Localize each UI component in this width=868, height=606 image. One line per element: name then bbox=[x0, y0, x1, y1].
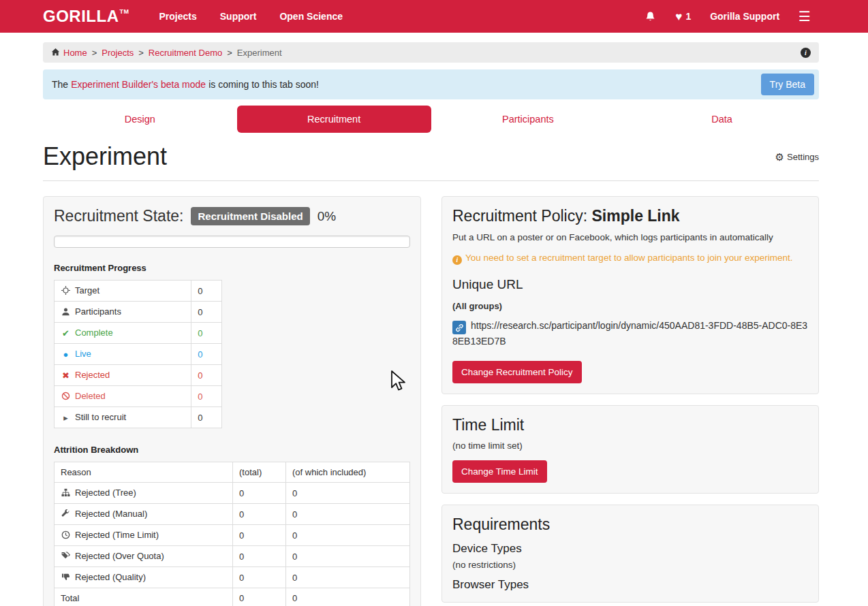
table-row: Participants 0 bbox=[55, 302, 222, 323]
check-icon: ✔ bbox=[61, 328, 71, 338]
table-row: Rejected (Time Limit) 0 0 bbox=[55, 525, 410, 546]
progress-value: 0 bbox=[191, 302, 222, 323]
recruitment-policy-heading-label: Recruitment Policy: bbox=[452, 207, 592, 225]
progress-value: 0 bbox=[191, 386, 222, 407]
breadcrumb-separator: > bbox=[138, 48, 144, 58]
tab-participants[interactable]: Participants bbox=[431, 106, 625, 133]
breadcrumb-home[interactable]: Home bbox=[51, 48, 87, 58]
recruitment-percent: 0% bbox=[317, 209, 336, 224]
tab-recruitment[interactable]: Recruitment bbox=[237, 106, 431, 133]
table-row: ✔Complete 0 bbox=[55, 323, 222, 344]
page-title: Experiment bbox=[43, 142, 167, 171]
recruitment-progress-heading: Recruitment Progress bbox=[54, 263, 410, 273]
breadcrumb-info bbox=[801, 47, 811, 58]
recruitment-state-heading: Recruitment State: bbox=[54, 207, 183, 225]
recruitment-target-warning: You need to set a recruitment target to … bbox=[452, 251, 808, 266]
link-icon[interactable] bbox=[452, 321, 466, 334]
nav-item-gorilla-support[interactable]: Gorilla Support bbox=[710, 11, 779, 22]
table-row: ▸Still to recruit 0 bbox=[55, 407, 222, 428]
recruitment-policy-heading: Recruitment Policy: Simple Link bbox=[452, 207, 808, 225]
bell-icon[interactable] bbox=[645, 11, 656, 22]
beta-mode-link[interactable]: Experiment Builder's beta mode bbox=[71, 79, 206, 90]
heart-icon: ♥ bbox=[675, 11, 682, 22]
recruitment-state-card: Recruitment State: Recruitment Disabled … bbox=[43, 196, 421, 606]
attrition-included: 0 bbox=[286, 588, 410, 606]
beta-alert-text-after: is coming to this tab soon! bbox=[208, 79, 319, 90]
circle-icon: ● bbox=[61, 349, 71, 360]
progress-label: Target bbox=[75, 285, 99, 296]
progress-value: 0 bbox=[191, 281, 222, 302]
progress-value: 0 bbox=[191, 344, 222, 365]
table-row: Rejected (Quality) 0 0 bbox=[55, 567, 410, 588]
cross-icon: ✖ bbox=[61, 370, 71, 381]
progress-label: Live bbox=[75, 349, 91, 359]
recruitment-progress-bar bbox=[54, 236, 410, 248]
attrition-label: Rejected (Over Quota) bbox=[75, 551, 164, 561]
table-row: Deleted 0 bbox=[55, 386, 222, 407]
breadcrumb-home-label: Home bbox=[63, 48, 87, 58]
table-row: ✖Rejected 0 bbox=[55, 365, 222, 386]
table-row: Rejected (Tree) 0 0 bbox=[55, 483, 410, 504]
table-row: ●Live 0 bbox=[55, 344, 222, 365]
nav-right-group: ♥ 1 Gorilla Support ☰ bbox=[645, 10, 811, 23]
breadcrumb-projects[interactable]: Projects bbox=[102, 48, 134, 58]
recruitment-state-badge: Recruitment Disabled bbox=[191, 207, 309, 225]
breadcrumb: Home > Projects > Recruitment Demo > Exp… bbox=[43, 42, 819, 63]
settings-label: Settings bbox=[787, 152, 819, 162]
top-navbar: GORILLATM Projects Support Open Science … bbox=[0, 0, 868, 33]
progress-label: Complete bbox=[75, 328, 113, 338]
table-row: Rejected (Over Quota) 0 0 bbox=[55, 546, 410, 567]
change-recruitment-policy-button[interactable]: Change Recruitment Policy bbox=[452, 361, 582, 383]
try-beta-button[interactable]: Try Beta bbox=[761, 74, 814, 95]
progress-value: 0 bbox=[191, 365, 222, 386]
device-types-status: (no restrictions) bbox=[452, 560, 808, 570]
attrition-label: Rejected (Quality) bbox=[75, 572, 146, 582]
time-limit-card: Time Limit (no time limit set) Change Ti… bbox=[441, 405, 819, 494]
divider bbox=[43, 180, 819, 181]
table-header-row: Reason (total) (of which included) bbox=[55, 462, 410, 483]
home-icon bbox=[51, 48, 60, 58]
browser-types-heading: Browser Types bbox=[452, 578, 808, 592]
tags-icon bbox=[61, 552, 71, 562]
recruitment-policy-card: Recruitment Policy: Simple Link Put a UR… bbox=[441, 196, 819, 394]
nav-item-open-science[interactable]: Open Science bbox=[279, 11, 343, 22]
table-row: Rejected (Manual) 0 0 bbox=[55, 504, 410, 525]
info-icon[interactable] bbox=[801, 48, 811, 58]
attrition-label: Rejected (Manual) bbox=[75, 509, 147, 519]
breadcrumb-recruitment-demo[interactable]: Recruitment Demo bbox=[149, 48, 222, 58]
settings-button[interactable]: ⚙ Settings bbox=[775, 152, 819, 162]
attrition-label: Rejected (Time Limit) bbox=[75, 530, 159, 540]
tab-design[interactable]: Design bbox=[43, 106, 237, 133]
attrition-table: Reason (total) (of which included) Rejec… bbox=[54, 462, 410, 606]
nav-item-projects[interactable]: Projects bbox=[159, 11, 197, 22]
attrition-included: 0 bbox=[286, 483, 410, 504]
progress-label: Still to recruit bbox=[75, 412, 126, 422]
attrition-heading: Attrition Breakdown bbox=[54, 445, 410, 455]
hamburger-icon[interactable]: ☰ bbox=[799, 10, 811, 23]
change-time-limit-button[interactable]: Change Time Limit bbox=[452, 460, 547, 483]
requirements-heading: Requirements bbox=[452, 515, 808, 534]
info-circle-icon bbox=[452, 255, 462, 265]
user-icon bbox=[61, 307, 71, 317]
attrition-total: 0 bbox=[233, 483, 286, 504]
attrition-included: 0 bbox=[286, 504, 410, 525]
attrition-total: 0 bbox=[233, 588, 286, 606]
clock-icon bbox=[61, 530, 71, 541]
unique-url-heading: Unique URL bbox=[452, 277, 808, 292]
attrition-header-included: (of which included) bbox=[286, 462, 410, 483]
nav-item-support[interactable]: Support bbox=[220, 11, 257, 22]
progress-label: Rejected bbox=[75, 370, 110, 380]
participant-url[interactable]: https://research.sc/participant/login/dy… bbox=[452, 320, 807, 347]
page: GORILLATM Projects Support Open Science … bbox=[0, 0, 868, 606]
tab-data[interactable]: Data bbox=[625, 106, 819, 133]
beta-alert-text-before: The bbox=[52, 79, 68, 90]
gear-icon: ⚙ bbox=[775, 152, 784, 162]
breadcrumb-current: Experiment bbox=[237, 48, 282, 58]
all-groups-label: (All groups) bbox=[452, 301, 808, 311]
wrench-icon bbox=[61, 509, 71, 520]
heart-count: 1 bbox=[685, 11, 691, 22]
sitemap-icon bbox=[61, 488, 71, 498]
gorilla-logo[interactable]: GORILLATM bbox=[43, 7, 129, 26]
attrition-label: Total bbox=[55, 588, 233, 606]
favorites-counter[interactable]: ♥ 1 bbox=[675, 11, 691, 22]
